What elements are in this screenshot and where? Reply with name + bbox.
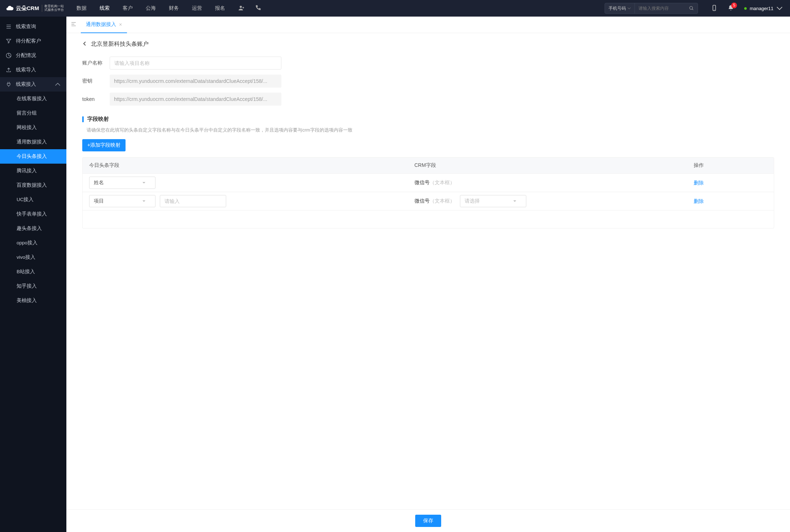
pie-icon	[6, 53, 12, 58]
sidebar-sub-oppo[interactable]: oppo接入	[0, 236, 66, 250]
page-header: 北京昱新科技头条账户	[82, 40, 774, 48]
sidebar-item-clue-search[interactable]: 线索查询	[0, 19, 66, 34]
notifications[interactable]: 5	[728, 5, 734, 12]
logo[interactable]: 云朵CRM 教育机构一站式服务云平台	[0, 4, 66, 12]
top-icon-group	[238, 5, 261, 12]
tab-close-icon[interactable]: ×	[119, 22, 122, 27]
mapping-table: 今日头条字段 CRM字段 操作 姓名 微	[82, 157, 774, 229]
crm-field-label: 微信号（文本框）	[414, 198, 455, 204]
phone-icon[interactable]	[255, 5, 261, 12]
upload-icon	[6, 67, 12, 73]
sidebar-sub-online[interactable]: 在线客服接入	[0, 92, 66, 106]
mobile-icon[interactable]	[711, 5, 717, 12]
notification-badge: 5	[731, 3, 737, 8]
sidebar-sub-kuaishou[interactable]: 快手表单接入	[0, 207, 66, 221]
table-header: 今日头条字段 CRM字段 操作	[83, 158, 774, 173]
search-icon	[689, 6, 694, 11]
col-toutiao: 今日头条字段	[83, 162, 414, 169]
save-button[interactable]: 保存	[415, 515, 441, 527]
delete-link[interactable]: 删除	[694, 180, 704, 186]
sidebar-sub-uc[interactable]: UC接入	[0, 192, 66, 207]
crm-field-label: 微信号（文本框）	[414, 179, 455, 186]
plug-icon	[6, 81, 12, 87]
acct-name-input[interactable]	[110, 57, 281, 70]
nav-item-data[interactable]: 数据	[76, 5, 87, 12]
nav-item-clue[interactable]: 线索	[100, 5, 110, 12]
sidebar-group-access[interactable]: 线索接入	[0, 77, 66, 92]
search-type-select[interactable]: 手机号码	[605, 3, 635, 13]
sidebar-sub-msg[interactable]: 留言分组	[0, 106, 66, 120]
sidebar-sub-vivo[interactable]: vivo接入	[0, 250, 66, 265]
collapse-sidebar-button[interactable]	[71, 21, 76, 28]
nav-item-signup[interactable]: 报名	[215, 5, 225, 12]
toutiao-field-input[interactable]	[160, 195, 226, 207]
logo-text: 云朵CRM	[16, 5, 39, 12]
sidebar-submenu: 在线客服接入 留言分组 网校接入 通用数据接入 今日头条接入 腾讯接入 百度数据…	[0, 92, 66, 308]
chevron-left-icon	[82, 41, 87, 46]
sidebar-sub-zhihu[interactable]: 知乎接入	[0, 279, 66, 293]
status-dot	[744, 7, 747, 10]
table-row: 姓名 微信号（文本框） 删除	[83, 173, 774, 192]
nav-item-ops[interactable]: 运营	[192, 5, 202, 12]
sidebar-sub-baidu[interactable]: 百度数据接入	[0, 178, 66, 192]
nav-item-sea[interactable]: 公海	[146, 5, 156, 12]
funnel-icon	[6, 38, 12, 44]
delete-link[interactable]: 删除	[694, 198, 704, 204]
secret-value[interactable]: https://crm.yunduocrm.com/externalData/s…	[110, 75, 281, 88]
section-accent	[82, 116, 84, 122]
add-mapping-button[interactable]: +添加字段映射	[82, 139, 126, 151]
secret-label: 密钥	[82, 78, 110, 84]
table-row-empty	[83, 210, 774, 228]
cloud-icon	[6, 4, 14, 12]
list-icon	[6, 24, 12, 30]
sidebar-item-import[interactable]: 线索导入	[0, 63, 66, 77]
mapping-heading: 字段映射	[87, 116, 109, 123]
toutiao-field-select[interactable]: 姓名	[89, 177, 155, 189]
mapping-desc: 请确保您在此填写的头条自定义字段名称与在今日头条平台中自定义的字段名称一致，并且…	[87, 127, 774, 133]
svg-point-0	[240, 6, 242, 8]
chevron-down-icon	[627, 6, 631, 10]
toutiao-field-select[interactable]: 项目	[89, 195, 155, 207]
chevron-down-icon	[142, 181, 146, 185]
menu-fold-icon	[71, 21, 76, 27]
back-button[interactable]	[82, 41, 87, 48]
topbar: 云朵CRM 教育机构一站式服务云平台 数据 线索 客户 公海 财务 运营 报名 …	[0, 0, 790, 17]
crm-option-select[interactable]: 请选择	[460, 195, 526, 207]
sidebar: 线索查询 待分配客户 分配情况 线索导入 线索接入	[0, 17, 66, 532]
col-op: 操作	[691, 162, 774, 169]
username: manager11	[750, 6, 773, 11]
svg-point-1	[690, 6, 693, 9]
search: 手机号码	[605, 3, 698, 14]
tab-current[interactable]: 通用数据接入 ×	[81, 17, 127, 33]
main: 通用数据接入 × 北京昱新科技头条账户 账户名称 密钥 https:	[66, 17, 790, 532]
sidebar-item-pending[interactable]: 待分配客户	[0, 34, 66, 48]
page-title: 北京昱新科技头条账户	[91, 40, 149, 48]
content: 北京昱新科技头条账户 账户名称 密钥 https://crm.yunduocrm…	[66, 33, 790, 532]
acct-label: 账户名称	[82, 60, 110, 66]
search-button[interactable]	[685, 3, 698, 13]
chevron-down-icon	[142, 199, 146, 203]
sidebar-sub-toutiao[interactable]: 今日头条接入	[0, 149, 66, 164]
chevron-down-icon	[513, 199, 517, 203]
sidebar-sub-generic[interactable]: 通用数据接入	[0, 135, 66, 149]
col-crm: CRM字段	[414, 162, 691, 169]
tabs: 通用数据接入 ×	[66, 17, 790, 33]
nav-item-finance[interactable]: 财务	[169, 5, 179, 12]
sidebar-sub-school[interactable]: 网校接入	[0, 120, 66, 135]
user-plus-icon[interactable]	[238, 5, 245, 12]
token-value[interactable]: https://crm.yunduocrm.com/externalData/s…	[110, 93, 281, 106]
nav-item-customer[interactable]: 客户	[123, 5, 133, 12]
chevron-up-icon	[55, 81, 61, 87]
footer: 保存	[66, 509, 790, 532]
token-label: token	[82, 96, 110, 102]
sidebar-sub-meiyou[interactable]: 美柚接入	[0, 293, 66, 308]
sidebar-sub-bilibili[interactable]: B站接入	[0, 265, 66, 279]
sidebar-item-allocation[interactable]: 分配情况	[0, 48, 66, 63]
sidebar-sub-qutoutiao[interactable]: 趣头条接入	[0, 221, 66, 236]
table-row: 项目 微信号（文本框） 请选择	[83, 192, 774, 210]
search-input[interactable]	[635, 6, 685, 11]
top-nav: 数据 线索 客户 公海 财务 运营 报名	[76, 5, 225, 12]
svg-point-3	[714, 9, 715, 10]
sidebar-sub-tencent[interactable]: 腾讯接入	[0, 164, 66, 178]
user-menu[interactable]: manager11	[744, 5, 783, 12]
